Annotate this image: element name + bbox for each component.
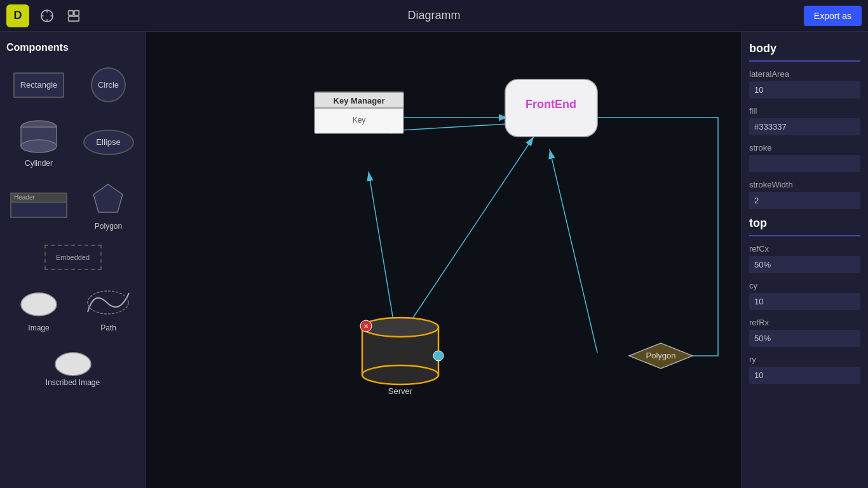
image-shape <box>19 287 58 318</box>
component-embedded[interactable]: Embedded <box>6 241 139 276</box>
rectangle-shape: Rectangle <box>13 72 64 98</box>
cy-label: cy <box>749 281 860 290</box>
svg-point-14 <box>55 353 91 376</box>
top-divider <box>749 235 860 236</box>
svg-marker-11 <box>93 184 123 212</box>
fill-input[interactable] <box>749 118 860 135</box>
path-shape <box>81 287 135 318</box>
component-cylinder[interactable]: Cylinder <box>6 115 71 172</box>
component-ellipse[interactable]: Ellipse <box>78 115 139 172</box>
svg-text:Key Manager: Key Manager <box>334 96 385 105</box>
cylinder-shape <box>17 119 61 154</box>
diagram-canvas[interactable]: FrontEnd Key Manager Key ✕ Server Polygo… <box>146 32 741 488</box>
svg-line-20 <box>369 172 394 324</box>
component-polygon[interactable]: Polygon <box>78 178 139 234</box>
app-header: D Diagramm Export as <box>0 0 868 32</box>
page-title: Diagramm <box>407 9 460 22</box>
stroke-input[interactable] <box>749 155 860 172</box>
properties-panel: body lateralArea fill stroke strokeWidth… <box>741 32 868 488</box>
polygon-shape <box>91 182 126 217</box>
svg-point-13 <box>88 291 128 314</box>
fill-label: fill <box>749 106 860 116</box>
svg-text:FrontEnd: FrontEnd <box>526 98 576 111</box>
svg-point-30 <box>362 365 438 384</box>
svg-point-12 <box>21 293 57 316</box>
refrx-label: refRx <box>749 318 860 327</box>
header-shape: Header <box>10 193 67 218</box>
svg-text:✕: ✕ <box>363 323 369 330</box>
svg-text:Server: Server <box>388 386 413 396</box>
refcx-label: refCx <box>749 244 860 254</box>
body-section-title: body <box>749 42 860 55</box>
top-section: top refCx cy refRx ry <box>749 217 860 391</box>
logo[interactable]: D <box>6 4 29 27</box>
component-grid: Rectangle Circle <box>6 64 139 336</box>
svg-text:Polygon: Polygon <box>646 351 676 360</box>
lateralarea-input[interactable] <box>749 81 860 98</box>
svg-line-18 <box>400 124 508 130</box>
components-sidebar: Components Rectangle Circle <box>0 32 146 488</box>
circle-shape: Circle <box>91 67 126 102</box>
refrx-input[interactable] <box>749 330 860 347</box>
svg-line-21 <box>550 149 597 353</box>
svg-point-33 <box>433 351 444 361</box>
strokewidth-input[interactable] <box>749 192 860 209</box>
ellipse-shape: Ellipse <box>83 130 134 155</box>
stroke-label: stroke <box>749 143 860 152</box>
svg-rect-6 <box>74 10 79 15</box>
compass-icon[interactable] <box>36 4 58 27</box>
component-header[interactable]: Header <box>6 178 71 234</box>
component-path[interactable]: Path <box>78 283 139 336</box>
layout-icon[interactable] <box>62 4 85 27</box>
svg-rect-5 <box>69 10 73 15</box>
inscribed-image-shape <box>53 346 93 378</box>
embedded-shape: Embedded <box>44 245 102 270</box>
svg-point-29 <box>362 318 438 337</box>
cy-input[interactable] <box>749 293 860 310</box>
sidebar-title: Components <box>6 42 139 53</box>
ry-label: ry <box>749 355 860 364</box>
body-section: body lateralArea fill stroke strokeWidth <box>749 42 860 217</box>
svg-rect-7 <box>69 16 79 20</box>
refcx-input[interactable] <box>749 256 860 273</box>
lateralarea-label: lateralArea <box>749 69 860 79</box>
svg-text:Key: Key <box>353 116 366 125</box>
component-inscribed-image[interactable]: Inscribed Image <box>6 342 139 391</box>
strokewidth-label: strokeWidth <box>749 180 860 189</box>
top-section-title: top <box>749 217 860 230</box>
svg-point-10 <box>21 140 57 152</box>
component-rectangle[interactable]: Rectangle <box>6 64 71 109</box>
body-divider <box>749 60 860 62</box>
svg-line-19 <box>413 137 534 318</box>
main-area: Components Rectangle Circle <box>0 32 868 488</box>
export-button[interactable]: Export as <box>804 6 862 26</box>
component-circle[interactable]: Circle <box>78 64 139 109</box>
ry-input[interactable] <box>749 367 860 384</box>
canvas-svg: FrontEnd Key Manager Key ✕ Server Polygo… <box>146 32 741 488</box>
component-image[interactable]: Image <box>6 283 71 336</box>
